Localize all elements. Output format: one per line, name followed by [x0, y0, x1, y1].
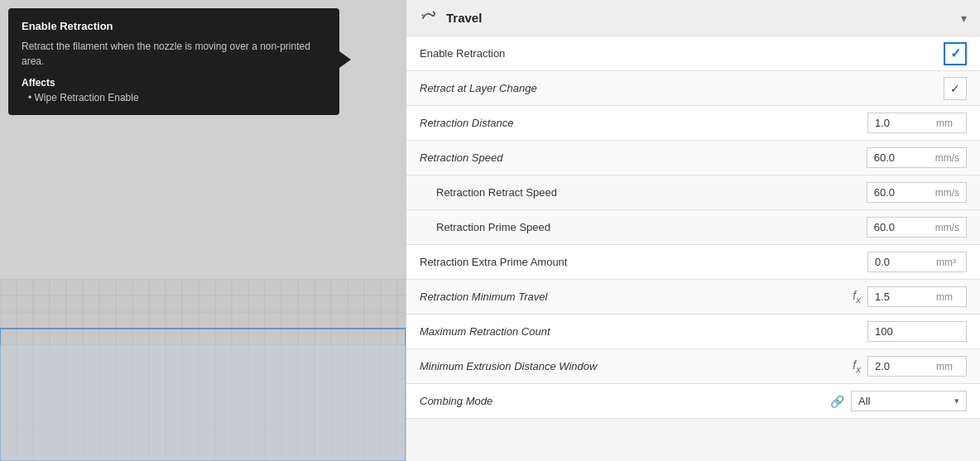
link-icon-combing-mode[interactable]: 🔗 [830, 395, 844, 408]
tooltip-affects-label: Affects [22, 77, 326, 89]
setting-row-retraction-retract-speed: Retraction Retract Speedmm/s [406, 175, 980, 210]
select-value-combing-mode: All [858, 395, 948, 407]
label-retraction-retract-speed: Retraction Retract Speed [436, 186, 867, 199]
input-field-minimum-extrusion-distance: mm [867, 356, 967, 377]
travel-section-header[interactable]: Travel ▾ [406, 0, 980, 36]
unit-retraction-retract-speed: mm/s [934, 184, 966, 202]
tooltip-title: Enable Retraction [22, 20, 326, 32]
section-chevron-icon[interactable]: ▾ [961, 12, 967, 25]
label-enable-retraction: Enable Retraction [420, 47, 944, 60]
checkbox-retract-at-layer-change[interactable] [944, 77, 967, 100]
select-combing-mode[interactable]: All▾ [851, 391, 967, 411]
select-chevron-icon-combing-mode: ▾ [954, 396, 959, 406]
input-maximum-retraction-count[interactable] [867, 321, 967, 342]
checkbox-enable-retraction[interactable] [944, 42, 967, 65]
input-field-retraction-minimum-travel: mm [867, 286, 967, 307]
label-retraction-extra-prime: Retraction Extra Prime Amount [420, 256, 867, 268]
input-retraction-retract-speed[interactable] [867, 183, 934, 202]
label-maximum-retraction-count: Maximum Retraction Count [420, 325, 867, 338]
tooltip-box: Enable Retraction Retract the filament w… [8, 8, 339, 115]
setting-row-maximum-retraction-count: Maximum Retraction Count [406, 315, 980, 349]
settings-container: Enable RetractionRetract at Layer Change… [406, 36, 980, 419]
input-retraction-prime-speed[interactable] [867, 218, 934, 237]
input-retraction-extra-prime[interactable] [868, 252, 934, 271]
label-retraction-speed: Retraction Speed [420, 151, 867, 164]
unit-retraction-prime-speed: mm/s [934, 218, 966, 237]
input-field-retraction-prime-speed: mm/s [867, 217, 967, 238]
label-retraction-prime-speed: Retraction Prime Speed [436, 221, 867, 233]
input-minimum-extrusion-distance[interactable] [868, 357, 934, 376]
label-retraction-minimum-travel: Retraction Minimum Travel [420, 291, 853, 303]
unit-retraction-minimum-travel: mm [934, 288, 959, 306]
setting-row-retraction-minimum-travel: Retraction Minimum Travelfxmm [406, 280, 980, 315]
input-field-retraction-speed: mm/s [867, 147, 967, 168]
input-field-retraction-retract-speed: mm/s [867, 182, 967, 203]
setting-row-retraction-prime-speed: Retraction Prime Speedmm/s [406, 210, 980, 245]
input-retraction-distance[interactable] [868, 113, 934, 132]
setting-row-retraction-speed: Retraction Speedmm/s [406, 141, 980, 175]
unit-retraction-distance: mm [934, 114, 959, 132]
label-retract-at-layer-change: Retract at Layer Change [420, 82, 944, 94]
input-retraction-speed[interactable] [867, 148, 934, 167]
input-field-retraction-extra-prime: mm³ [867, 252, 967, 272]
unit-minimum-extrusion-distance: mm [934, 358, 959, 376]
setting-row-retraction-distance: Retraction Distancemm [406, 106, 980, 141]
travel-icon [420, 7, 438, 29]
input-field-retraction-distance: mm [867, 113, 967, 133]
setting-row-enable-retraction: Enable Retraction [406, 36, 980, 71]
settings-panel: Travel ▾ Enable RetractionRetract at Lay… [406, 0, 980, 461]
setting-row-combing-mode: Combing Mode🔗All▾ [406, 384, 980, 419]
unit-retraction-speed: mm/s [934, 149, 966, 167]
input-retraction-minimum-travel[interactable] [868, 287, 934, 306]
tooltip-affects-item: • Wipe Retraction Enable [22, 92, 326, 103]
setting-row-retract-at-layer-change: Retract at Layer Change [406, 71, 980, 106]
3d-grid-area [0, 279, 406, 461]
unit-retraction-extra-prime: mm³ [934, 253, 963, 271]
tooltip-description: Retract the filament when the nozzle is … [22, 39, 326, 69]
setting-row-retraction-extra-prime: Retraction Extra Prime Amountmm³ [406, 245, 980, 280]
setting-row-minimum-extrusion-distance: Minimum Extrusion Distance Windowfxmm [406, 349, 980, 384]
viewport-panel: Enable Retraction Retract the filament w… [0, 0, 406, 461]
label-minimum-extrusion-distance: Minimum Extrusion Distance Window [420, 360, 853, 372]
label-combing-mode: Combing Mode [420, 395, 830, 407]
fx-icon-minimum-extrusion-distance[interactable]: fx [853, 358, 861, 374]
fx-icon-retraction-minimum-travel[interactable]: fx [853, 289, 861, 305]
section-title: Travel [446, 11, 953, 25]
label-retraction-distance: Retraction Distance [420, 117, 867, 129]
